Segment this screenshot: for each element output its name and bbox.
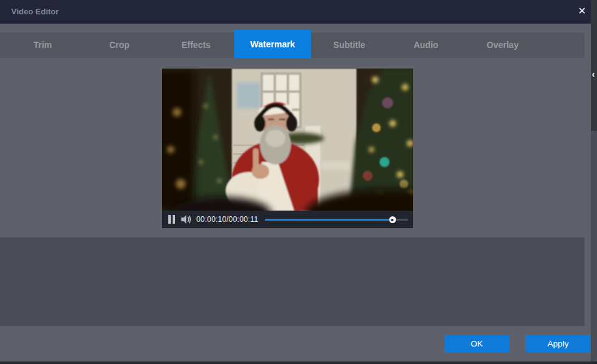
tab-crop[interactable]: Crop — [81, 32, 158, 58]
video-preview[interactable] — [162, 69, 413, 211]
watermark-settings-panel: Add Image Add Text Add Image/Text ••• Im… — [0, 237, 585, 326]
time-display: 00:00:10/00:00:11 — [196, 211, 258, 228]
background-bottom-edge — [0, 362, 597, 364]
tab-watermark[interactable]: Watermark — [234, 30, 311, 58]
close-icon[interactable]: ✕ — [573, 0, 591, 22]
pause-bar — [173, 215, 175, 224]
pause-icon[interactable] — [168, 215, 177, 224]
tab-audio[interactable]: Audio — [388, 32, 464, 58]
apply-button[interactable]: Apply — [525, 335, 591, 353]
seek-bar[interactable] — [265, 219, 408, 221]
pause-bar — [168, 215, 171, 224]
tab-trim[interactable]: Trim — [4, 32, 81, 58]
ok-button[interactable]: OK — [444, 335, 509, 353]
tab-subtitle[interactable]: Subtitle — [311, 32, 388, 58]
titlebar — [0, 0, 591, 24]
seek-bar-fill — [265, 219, 393, 221]
window-title: Video Editor — [11, 0, 59, 24]
volume-icon[interactable] — [181, 214, 193, 225]
seek-bar-thumb[interactable] — [389, 216, 396, 223]
tab-overlay[interactable]: Overlay — [464, 32, 541, 58]
tab-effects[interactable]: Effects — [158, 32, 234, 58]
tab-strip: Trim Crop Effects Watermark Subtitle Aud… — [4, 30, 541, 58]
background-app-edge-dark — [591, 0, 597, 131]
collapse-panel-icon[interactable]: ‹ — [590, 67, 597, 81]
footer-bar: OK Apply — [0, 326, 591, 362]
video-frame-art — [162, 69, 413, 211]
player-controls-bar: 00:00:10/00:00:11 — [162, 211, 413, 228]
